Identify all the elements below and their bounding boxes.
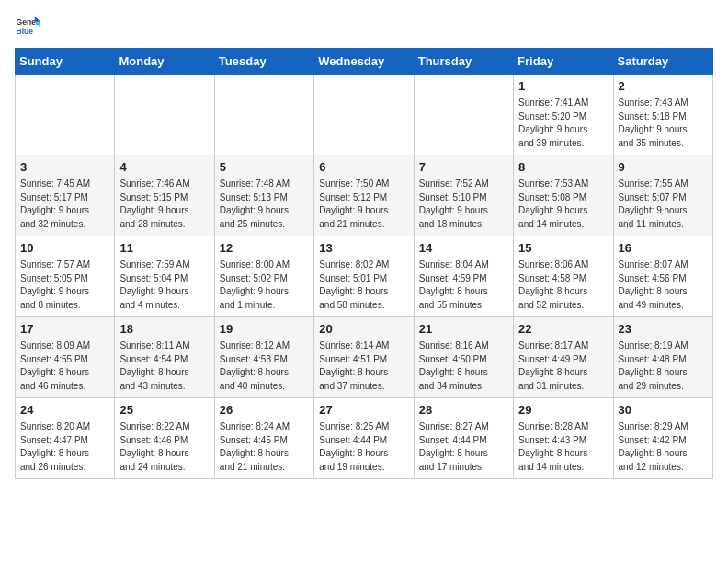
day-number: 16 xyxy=(619,240,708,257)
calendar-cell: 2Sunrise: 7:43 AM Sunset: 5:18 PM Daylig… xyxy=(613,75,712,155)
day-info: Sunrise: 7:55 AM Sunset: 5:07 PM Dayligh… xyxy=(619,178,708,231)
day-number: 4 xyxy=(119,159,209,176)
calendar-cell: 21Sunrise: 8:16 AM Sunset: 4:50 PM Dayli… xyxy=(414,317,513,398)
day-info: Sunrise: 8:29 AM Sunset: 4:42 PM Dayligh… xyxy=(619,420,708,474)
calendar-cell: 30Sunrise: 8:29 AM Sunset: 4:42 PM Dayli… xyxy=(613,398,712,479)
calendar-cell: 24Sunrise: 8:20 AM Sunset: 4:47 PM Dayli… xyxy=(16,398,115,479)
day-info: Sunrise: 8:07 AM Sunset: 4:56 PM Dayligh… xyxy=(619,259,708,312)
day-number: 25 xyxy=(119,402,209,419)
calendar-week-4: 24Sunrise: 8:20 AM Sunset: 4:47 PM Dayli… xyxy=(16,398,713,479)
day-number: 5 xyxy=(220,159,309,176)
day-info: Sunrise: 8:09 AM Sunset: 4:55 PM Dayligh… xyxy=(20,339,109,393)
weekday-header-row: SundayMondayTuesdayWednesdayThursdayFrid… xyxy=(16,49,713,75)
day-info: Sunrise: 8:19 AM Sunset: 4:48 PM Dayligh… xyxy=(619,339,708,393)
header: General Blue xyxy=(15,15,713,40)
calendar-week-3: 17Sunrise: 8:09 AM Sunset: 4:55 PM Dayli… xyxy=(16,317,713,398)
calendar-cell: 14Sunrise: 8:04 AM Sunset: 4:59 PM Dayli… xyxy=(414,236,513,317)
calendar-cell xyxy=(214,75,313,155)
day-number: 24 xyxy=(20,402,109,419)
day-info: Sunrise: 7:53 AM Sunset: 5:08 PM Dayligh… xyxy=(518,178,608,231)
day-info: Sunrise: 8:00 AM Sunset: 5:02 PM Dayligh… xyxy=(220,259,309,312)
day-number: 3 xyxy=(20,159,109,176)
calendar-cell: 1Sunrise: 7:41 AM Sunset: 5:20 PM Daylig… xyxy=(514,75,613,155)
calendar-cell: 9Sunrise: 7:55 AM Sunset: 5:07 PM Daylig… xyxy=(613,155,712,236)
logo: General Blue xyxy=(15,15,43,40)
day-info: Sunrise: 8:16 AM Sunset: 4:50 PM Dayligh… xyxy=(419,339,508,393)
svg-text:Blue: Blue xyxy=(17,27,34,36)
weekday-header-monday: Monday xyxy=(115,49,214,75)
calendar-cell: 18Sunrise: 8:11 AM Sunset: 4:54 PM Dayli… xyxy=(115,317,214,398)
day-number: 27 xyxy=(319,402,408,419)
calendar-cell xyxy=(16,75,115,155)
day-info: Sunrise: 8:28 AM Sunset: 4:43 PM Dayligh… xyxy=(518,420,608,474)
calendar-cell xyxy=(314,75,414,155)
day-number: 21 xyxy=(419,321,508,338)
calendar-week-0: 1Sunrise: 7:41 AM Sunset: 5:20 PM Daylig… xyxy=(16,75,713,155)
calendar-cell: 8Sunrise: 7:53 AM Sunset: 5:08 PM Daylig… xyxy=(514,155,613,236)
day-number: 20 xyxy=(319,321,408,338)
weekday-header-saturday: Saturday xyxy=(613,49,712,75)
calendar-cell: 23Sunrise: 8:19 AM Sunset: 4:48 PM Dayli… xyxy=(613,317,712,398)
day-number: 30 xyxy=(619,402,708,419)
day-number: 15 xyxy=(518,240,608,257)
day-info: Sunrise: 7:43 AM Sunset: 5:18 PM Dayligh… xyxy=(619,97,708,150)
day-number: 23 xyxy=(619,321,708,338)
calendar-cell: 6Sunrise: 7:50 AM Sunset: 5:12 PM Daylig… xyxy=(314,155,414,236)
day-info: Sunrise: 7:45 AM Sunset: 5:17 PM Dayligh… xyxy=(20,178,109,231)
day-number: 7 xyxy=(419,159,508,176)
day-number: 14 xyxy=(419,240,508,257)
calendar-cell: 3Sunrise: 7:45 AM Sunset: 5:17 PM Daylig… xyxy=(16,155,115,236)
calendar-cell: 7Sunrise: 7:52 AM Sunset: 5:10 PM Daylig… xyxy=(414,155,513,236)
calendar-cell: 26Sunrise: 8:24 AM Sunset: 4:45 PM Dayli… xyxy=(214,398,313,479)
calendar-cell: 12Sunrise: 8:00 AM Sunset: 5:02 PM Dayli… xyxy=(214,236,313,317)
day-info: Sunrise: 8:22 AM Sunset: 4:46 PM Dayligh… xyxy=(119,420,209,474)
weekday-header-tuesday: Tuesday xyxy=(214,49,313,75)
day-info: Sunrise: 8:04 AM Sunset: 4:59 PM Dayligh… xyxy=(419,259,508,312)
calendar-cell: 27Sunrise: 8:25 AM Sunset: 4:44 PM Dayli… xyxy=(314,398,414,479)
day-number: 1 xyxy=(518,78,608,95)
calendar-cell: 22Sunrise: 8:17 AM Sunset: 4:49 PM Dayli… xyxy=(514,317,613,398)
calendar-cell: 19Sunrise: 8:12 AM Sunset: 4:53 PM Dayli… xyxy=(214,317,313,398)
day-number: 11 xyxy=(119,240,209,257)
day-info: Sunrise: 7:57 AM Sunset: 5:05 PM Dayligh… xyxy=(20,259,109,312)
day-number: 10 xyxy=(20,240,109,257)
day-info: Sunrise: 8:12 AM Sunset: 4:53 PM Dayligh… xyxy=(220,339,309,393)
calendar-cell: 15Sunrise: 8:06 AM Sunset: 4:58 PM Dayli… xyxy=(514,236,613,317)
calendar-cell: 10Sunrise: 7:57 AM Sunset: 5:05 PM Dayli… xyxy=(16,236,115,317)
day-number: 29 xyxy=(518,402,608,419)
calendar-cell: 11Sunrise: 7:59 AM Sunset: 5:04 PM Dayli… xyxy=(115,236,214,317)
day-info: Sunrise: 7:52 AM Sunset: 5:10 PM Dayligh… xyxy=(419,178,508,231)
calendar-cell xyxy=(115,75,214,155)
day-number: 17 xyxy=(20,321,109,338)
calendar: SundayMondayTuesdayWednesdayThursdayFrid… xyxy=(15,48,713,479)
calendar-cell: 4Sunrise: 7:46 AM Sunset: 5:15 PM Daylig… xyxy=(115,155,214,236)
day-info: Sunrise: 8:06 AM Sunset: 4:58 PM Dayligh… xyxy=(518,259,608,312)
day-info: Sunrise: 7:46 AM Sunset: 5:15 PM Dayligh… xyxy=(119,178,209,231)
day-number: 18 xyxy=(119,321,209,338)
day-info: Sunrise: 8:17 AM Sunset: 4:49 PM Dayligh… xyxy=(518,339,608,393)
day-info: Sunrise: 7:50 AM Sunset: 5:12 PM Dayligh… xyxy=(319,178,408,231)
calendar-cell: 17Sunrise: 8:09 AM Sunset: 4:55 PM Dayli… xyxy=(16,317,115,398)
calendar-cell: 29Sunrise: 8:28 AM Sunset: 4:43 PM Dayli… xyxy=(514,398,613,479)
day-number: 19 xyxy=(220,321,309,338)
day-info: Sunrise: 8:02 AM Sunset: 5:01 PM Dayligh… xyxy=(319,259,408,312)
calendar-cell: 16Sunrise: 8:07 AM Sunset: 4:56 PM Dayli… xyxy=(613,236,712,317)
weekday-header-wednesday: Wednesday xyxy=(314,49,414,75)
day-info: Sunrise: 8:20 AM Sunset: 4:47 PM Dayligh… xyxy=(20,420,109,474)
day-info: Sunrise: 7:48 AM Sunset: 5:13 PM Dayligh… xyxy=(220,178,309,231)
day-info: Sunrise: 8:25 AM Sunset: 4:44 PM Dayligh… xyxy=(319,420,408,474)
weekday-header-friday: Friday xyxy=(514,49,613,75)
page: General Blue SundayMondayTuesdayWednesda… xyxy=(0,0,728,488)
day-info: Sunrise: 8:11 AM Sunset: 4:54 PM Dayligh… xyxy=(119,339,209,393)
day-number: 13 xyxy=(319,240,408,257)
calendar-cell: 20Sunrise: 8:14 AM Sunset: 4:51 PM Dayli… xyxy=(314,317,414,398)
day-info: Sunrise: 7:41 AM Sunset: 5:20 PM Dayligh… xyxy=(518,97,608,150)
logo-icon: General Blue xyxy=(15,15,40,40)
day-info: Sunrise: 8:24 AM Sunset: 4:45 PM Dayligh… xyxy=(220,420,309,474)
day-number: 22 xyxy=(518,321,608,338)
weekday-header-thursday: Thursday xyxy=(414,49,513,75)
day-number: 6 xyxy=(319,159,408,176)
day-number: 2 xyxy=(619,78,708,95)
day-number: 9 xyxy=(619,159,708,176)
calendar-cell: 25Sunrise: 8:22 AM Sunset: 4:46 PM Dayli… xyxy=(115,398,214,479)
